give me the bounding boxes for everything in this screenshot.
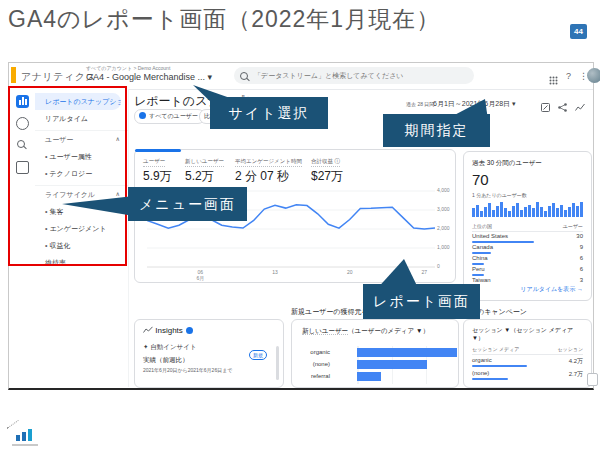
insights-count-badge [186, 327, 193, 334]
y-axis-tick: 2,000 [437, 225, 450, 231]
x-axis-tick: 27 [422, 269, 428, 275]
y-axis-tick: 0 [437, 263, 440, 269]
sidebar-section-user[interactable]: ユーザー∧ [35, 130, 128, 148]
realtime-nav-icon[interactable] [16, 117, 29, 130]
search-input[interactable] [234, 67, 474, 84]
account-selector[interactable]: GA4 - Google Merchandise ... ▾ [86, 72, 212, 82]
date-range-prefix: 過去 28 日間 [406, 101, 434, 107]
new-users-chart-title[interactable]: 新しいユーザー（ユーザーのメディア ▼） [302, 327, 448, 336]
users-per-minute-label: 1 分あたりのユーザー数 [472, 192, 583, 198]
country-row: Canada9 [472, 243, 583, 254]
realtime-users-value: 70 [472, 171, 583, 188]
users-per-minute-sparkline [472, 201, 583, 217]
bar-row: referral [302, 371, 448, 383]
all-users-chip[interactable]: すべてのユーザー [134, 109, 205, 124]
sidebar-item-retention[interactable]: 維持率 [35, 254, 128, 271]
sidebar-item-realtime[interactable]: リアルタイム [35, 110, 128, 127]
metric-value: 5.2万 [185, 168, 214, 185]
advertising-nav-icon[interactable] [16, 161, 29, 174]
callout-report: レポート画面 [363, 284, 480, 319]
insights-header: Insights [143, 326, 275, 335]
callout-site-select: サイト選択 [210, 97, 328, 129]
x-axis-tick: 066月 [196, 269, 204, 281]
metric-value: 5.9万 [143, 168, 172, 185]
country-row: United States30 [472, 232, 583, 243]
new-badge: 新規 [249, 350, 267, 360]
sidebar-item-technology[interactable]: テクノロジー [35, 165, 128, 182]
x-axis-tick: 20 [347, 269, 353, 275]
sidebar-section-lifecycle[interactable]: ライフサイクル∧ [35, 185, 128, 203]
segment-icon [139, 112, 146, 119]
insights-icon[interactable] [575, 98, 585, 108]
sessions-selector[interactable]: セッション ▼（セッション メディア ▼） [472, 326, 583, 342]
date-range-selector[interactable]: 6月1日～2021年6月28日 ▾ [433, 99, 516, 109]
campaigns-table-header: セッション メディア セッション [472, 346, 583, 355]
y-axis-tick: 1,000 [437, 244, 450, 250]
new-users-card: 新しいユーザー（ユーザーのメディア ▼） organic (none) refe… [291, 319, 459, 388]
y-axis-tick: 3,000 [437, 206, 450, 212]
search-icon [240, 72, 248, 80]
logo-text [12, 444, 38, 446]
sidebar-item-monetization[interactable]: 収益化 [35, 237, 128, 254]
sidebar-item-acquisition[interactable]: 集客 [35, 203, 128, 220]
brand-label: アナリティクス [21, 70, 96, 84]
company-logo [12, 426, 38, 446]
reports-nav-icon[interactable] [16, 95, 29, 108]
metric-label[interactable]: 平均エンゲージメント時間 [235, 158, 302, 167]
page-title: GA4のレポート画面（2022年1月現在） [8, 4, 440, 35]
left-nav-strip [9, 89, 36, 387]
campaigns-card: セッション ▼（セッション メディア ▼） セッション メディア セッション o… [463, 319, 592, 388]
callout-menu: メニュー画面 [128, 187, 247, 221]
slide: GA4のレポート画面（2022年1月現在） 44 アナリティクス すべてのアカウ… [0, 0, 600, 449]
selected-metric-indicator [135, 149, 181, 152]
metric-value: $27万 [311, 168, 343, 185]
share-icon[interactable] [558, 98, 568, 108]
x-axis-tick: 13 [272, 269, 278, 275]
help-icon[interactable]: ? [566, 71, 571, 81]
feedback-button[interactable] [587, 373, 598, 386]
topbar: アナリティクス すべてのアカウント > Demo Account GA4 - G… [9, 63, 593, 90]
metric-label[interactable]: 新しいユーザー [185, 158, 224, 167]
country-row: Peru6 [472, 265, 583, 276]
realtime-card: 過去 30 分間のユーザー 70 1 分あたりのユーザー数 上位の国 ユーザー … [463, 151, 592, 301]
bar-row: (none) [302, 359, 448, 371]
sidebar-item-user-attributes[interactable]: ユーザー属性 [35, 148, 128, 165]
top-countries-header: 上位の国 ユーザー [472, 223, 583, 232]
apps-grid-icon[interactable] [549, 71, 558, 89]
analytics-logo-icon [11, 67, 16, 83]
insight-period: 2021年6月20日から2021年6月26日まで [143, 367, 275, 373]
view-realtime-link[interactable]: リアルタイムを表示 → [520, 285, 583, 294]
sidebar-item-report-snapshot[interactable]: レポートのスナップショット [35, 93, 121, 110]
insights-card: Insights ✦ 自動インサイト 新規 実績（前週比） 2021年6月20日… [134, 319, 284, 388]
campaign-row: (none)2.7万 [472, 368, 583, 381]
page-number-badge: 44 [570, 24, 587, 39]
country-row: China6 [472, 254, 583, 265]
edit-icon[interactable] [541, 98, 551, 108]
y-axis-tick: 4,000 [437, 187, 450, 193]
chevron-up-icon[interactable]: ∧ [116, 186, 120, 203]
realtime-title: 過去 30 分間のユーザー [472, 159, 583, 168]
avatar[interactable] [587, 68, 600, 83]
explore-nav-icon[interactable] [16, 139, 29, 152]
bar-row: organic [302, 347, 448, 359]
scrollbar[interactable] [276, 346, 279, 380]
metric-label[interactable]: ユーザー [143, 158, 165, 167]
callout-period: 期間指定 [383, 114, 490, 147]
metric-value: 2 分 07 秒 [235, 168, 289, 185]
campaign-row: organic4.2万 [472, 355, 583, 368]
sidebar-item-engagement[interactable]: エンゲージメント [35, 220, 128, 237]
breadcrumb: すべてのアカウント > Demo Account [86, 65, 170, 71]
chevron-down-icon: ▾ [208, 72, 213, 82]
report-menu: レポートのスナップショット リアルタイム ユーザー∧ ユーザー属性 テクノロジー… [35, 89, 129, 387]
metric-label[interactable]: 合計収益 ⓘ [311, 158, 340, 167]
chevron-up-icon[interactable]: ∧ [116, 131, 120, 148]
